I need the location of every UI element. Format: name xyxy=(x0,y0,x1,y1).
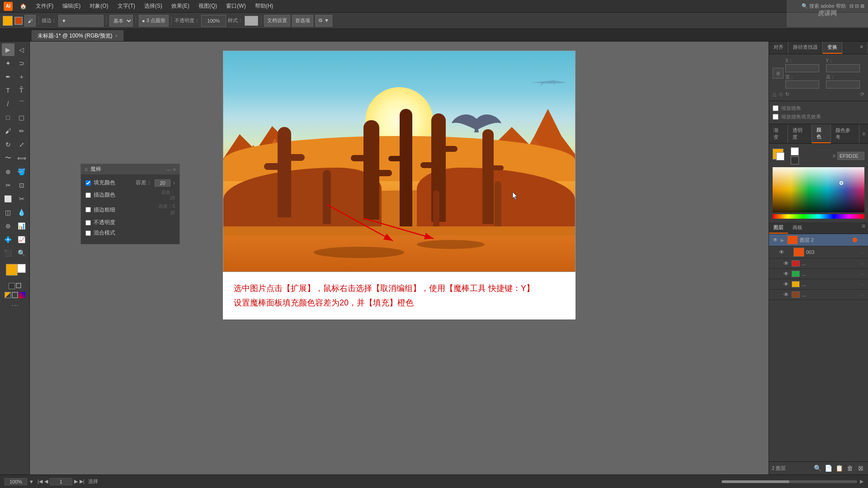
layer-item-yellow[interactable]: 👁 ... ○ xyxy=(769,279,868,290)
line-tool[interactable]: / xyxy=(2,98,14,110)
document-tab[interactable]: 未标题-1* @ 100% (RGB/预览) × xyxy=(32,30,123,41)
direct-select-tool[interactable]: ◁ xyxy=(15,43,28,56)
tab-align[interactable]: 对齐 xyxy=(769,42,788,54)
menu-help[interactable]: 帮助(H) xyxy=(251,1,277,11)
crop-tool[interactable]: ⊡ xyxy=(15,179,28,192)
prev-page-btn[interactable]: ◀ xyxy=(44,479,48,484)
barchart-tool[interactable]: 📊 xyxy=(15,220,28,232)
foreground-color[interactable] xyxy=(6,264,18,276)
white-swatch[interactable] xyxy=(791,147,799,155)
menu-text[interactable]: 文字(T) xyxy=(114,1,139,11)
pencil-tool[interactable]: ✏ xyxy=(15,125,28,137)
menu-effect[interactable]: 效果(E) xyxy=(168,1,193,11)
hue-slider[interactable] xyxy=(773,214,864,219)
tab-color[interactable]: 颜色 xyxy=(812,124,831,143)
paintbrush-tool[interactable]: 🖌 xyxy=(2,125,14,137)
menu-select[interactable]: 选择(S) xyxy=(141,1,166,11)
layer-expand-2[interactable]: ▶ xyxy=(781,238,785,243)
scale-strokes-checkbox[interactable] xyxy=(773,105,778,111)
tab-artboards[interactable]: 画板 xyxy=(788,222,807,234)
layers-delete-btn[interactable]: 🗑 xyxy=(845,464,854,473)
rect-tool[interactable]: □ xyxy=(2,111,14,124)
panel-close-btn[interactable]: × xyxy=(173,167,176,172)
tab-transparency[interactable]: 透明度 xyxy=(788,125,812,143)
panel-minimize-btn[interactable]: — xyxy=(166,167,171,172)
shape-builder-tool[interactable]: ⊕ xyxy=(2,165,14,178)
lasso-tool[interactable]: ⊃ xyxy=(15,57,28,70)
layer-item-green[interactable]: 👁 ... ○ xyxy=(769,269,868,279)
brush-mode-btn[interactable]: 🖌 xyxy=(24,15,36,27)
first-page-btn[interactable]: |◀ xyxy=(38,479,42,484)
fill-color-swatch[interactable] xyxy=(3,16,13,26)
blend-mode-checkbox[interactable] xyxy=(85,230,91,236)
opacity-checkbox[interactable] xyxy=(85,220,91,225)
menu-edit[interactable]: 编辑(E) xyxy=(59,1,84,11)
doc-settings-btn[interactable]: 文档设置 xyxy=(264,15,290,27)
layers-trash-btn[interactable]: ⊠ xyxy=(856,464,865,473)
gradient-mode[interactable] xyxy=(19,292,25,298)
gradient-tool[interactable]: ◫ xyxy=(2,206,14,219)
pen-tool[interactable]: ✒ xyxy=(2,70,14,83)
layer-eye-green[interactable]: 👁 xyxy=(783,270,790,277)
panel-options-icon[interactable]: ≡ xyxy=(856,42,868,54)
rotate-tool[interactable]: ↻ xyxy=(2,138,14,151)
fill-mode[interactable] xyxy=(5,292,11,298)
eraser-tool[interactable]: ⬜ xyxy=(2,192,14,205)
opacity-input[interactable] xyxy=(201,15,226,27)
slice-tool[interactable]: ✂ xyxy=(2,179,14,192)
layer-eye-yellow[interactable]: 👁 xyxy=(783,281,790,288)
page-input[interactable] xyxy=(50,478,72,485)
swap-colors[interactable] xyxy=(9,283,15,289)
live-paint-tool[interactable]: 🪣 xyxy=(15,165,28,178)
y-input[interactable] xyxy=(826,64,860,72)
layers-new-btn[interactable]: 📄 xyxy=(824,464,833,473)
w-input[interactable] xyxy=(785,80,819,89)
width-tool[interactable]: ⟺ xyxy=(15,152,28,164)
column-chart-tool[interactable]: 📈 xyxy=(15,233,28,246)
tab-color-guide[interactable]: 颜色参考 xyxy=(831,125,859,143)
layer-item-red[interactable]: 👁 ... ○ xyxy=(769,258,868,269)
layer-eye-003[interactable]: 👁 xyxy=(778,249,785,256)
layer-eye-brown[interactable]: 👁 xyxy=(783,291,790,298)
layers-find-btn[interactable]: 🔍 xyxy=(813,464,822,473)
arc-tool[interactable]: ⌒ xyxy=(15,98,28,110)
layer-item-brown[interactable]: 👁 ... ○ xyxy=(769,290,868,300)
tab-close-btn[interactable]: × xyxy=(115,33,118,38)
layer-item-2[interactable]: 👁 ▶ 图层 2 ○ xyxy=(769,234,868,246)
color-spectrum[interactable] xyxy=(773,167,864,212)
select-tool[interactable]: ▶ xyxy=(2,43,14,56)
point-size-display[interactable]: ● 3 点圆形 xyxy=(139,15,169,27)
fill-color-tolerance-input[interactable] xyxy=(155,179,170,187)
background-color[interactable] xyxy=(17,264,26,273)
tab-gradient[interactable]: 渐变 xyxy=(769,125,788,143)
brush-type-select[interactable]: 基本 xyxy=(109,15,133,27)
stroke-options[interactable]: ▼ xyxy=(58,15,104,27)
tab-transform[interactable]: 变换 xyxy=(823,42,842,54)
preferences-btn[interactable]: 首选项 xyxy=(292,15,313,27)
menu-view[interactable]: 视图(Q) xyxy=(195,1,221,11)
scissors-tool[interactable]: ✂ xyxy=(15,192,28,205)
type-tool[interactable]: T xyxy=(2,84,14,97)
scale-tool[interactable]: ⤢ xyxy=(15,138,28,151)
stroke-color-checkbox[interactable] xyxy=(85,192,91,198)
h-input[interactable] xyxy=(826,80,860,89)
canvas-area[interactable]: ≡ 魔棒 — × 填充颜色 容差： › xyxy=(30,42,769,474)
anchor-tool[interactable]: + xyxy=(15,70,28,83)
blend-tool[interactable]: ⊛ xyxy=(2,220,14,232)
stroke-mode[interactable] xyxy=(12,292,18,298)
scale-effects-checkbox[interactable] xyxy=(773,114,778,120)
zoom-input[interactable] xyxy=(5,478,27,485)
layer-eye-red[interactable]: 👁 xyxy=(783,260,790,267)
menu-window[interactable]: 窗口(W) xyxy=(222,1,249,11)
touch-type-tool[interactable]: T̃ xyxy=(15,84,28,97)
artboard-tool[interactable]: ⬛ xyxy=(2,247,14,259)
symbol-sprayer-tool[interactable]: 💠 xyxy=(2,233,14,246)
stroke-color-swatch[interactable] xyxy=(14,17,23,25)
zoom-down-btn[interactable]: ▼ xyxy=(29,479,34,484)
magic-wand-tool[interactable]: ✦ xyxy=(2,57,14,70)
menu-file[interactable]: 文件(F) xyxy=(32,1,57,11)
extra-options-btn[interactable]: ⚙ ▼ xyxy=(315,15,332,27)
next-page-btn[interactable]: ▶ xyxy=(74,479,78,484)
layers-move-to-new-btn[interactable]: 📋 xyxy=(835,464,844,473)
style-swatch[interactable] xyxy=(245,16,258,26)
